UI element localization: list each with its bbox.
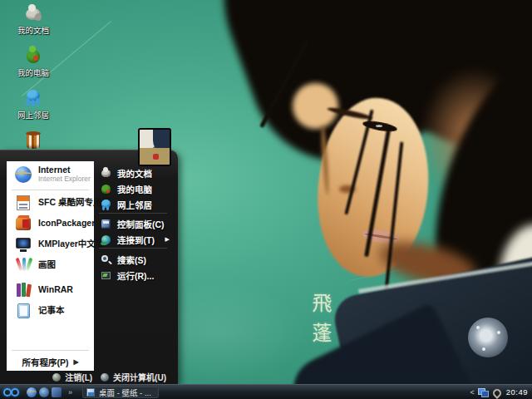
start-menu-places-panel: 我的文档 我的电脑 网上邻居 控制面板(C) 连接到(T) ▶ — [94, 161, 172, 371]
quick-launch-internet-explorer-icon[interactable] — [27, 387, 37, 397]
menu-item-label: 运行(R)... — [117, 269, 154, 282]
all-programs-arrow-icon: ▶ — [73, 358, 78, 366]
run-icon — [100, 269, 112, 282]
quick-launch-bar: » — [27, 387, 76, 397]
control-panel-icon — [100, 218, 112, 230]
menu-item-iconpackager[interactable]: IconPackager — [7, 213, 94, 234]
start-logo-icon — [11, 388, 19, 397]
quick-launch-browser-icon[interactable] — [39, 387, 49, 397]
menu-item-label: 搜索(S) — [117, 254, 146, 266]
taskbar-task-button[interactable]: 桌面 - 壁纸 - ... — [82, 387, 159, 398]
menu-item-title: 画图 — [38, 260, 56, 269]
search-icon — [100, 254, 112, 266]
portrait-forehead — [293, 83, 338, 129]
turn-off-computer-button[interactable]: 关闭计算机(U) — [101, 371, 166, 383]
tray-collapse-icon[interactable]: < — [470, 388, 474, 397]
quick-launch-overflow-icon[interactable]: » — [68, 388, 72, 397]
menu-separator — [99, 248, 167, 249]
menu-item-notepad[interactable]: 记事本 — [7, 300, 94, 321]
network-places-icon — [100, 199, 112, 211]
my-documents-icon — [23, 3, 43, 23]
task-label: 桌面 - 壁纸 - ... — [99, 387, 151, 398]
desktop-icon-my-computer[interactable]: 我的电脑 — [7, 46, 60, 77]
system-tray: < 20:49 — [470, 387, 532, 397]
menu-item-label: 控制面板(C) — [117, 218, 165, 230]
menu-item-kmplayer[interactable]: KMPlayer中文版 — [7, 234, 94, 254]
sfc-icon — [14, 194, 32, 212]
menu-item-winrar[interactable]: WinRAR — [7, 279, 94, 300]
menu-item-network-places[interactable]: 网上邻居 — [94, 197, 172, 212]
menu-item-control-panel[interactable]: 控制面板(C) — [94, 216, 172, 231]
taskbar: » 桌面 - 壁纸 - ... < 20:49 — [0, 384, 532, 399]
portrait-eye-glint — [376, 125, 382, 127]
menu-item-internet[interactable]: Internet Internet Explorer — [7, 161, 94, 188]
taskbar-clock: 20:49 — [506, 387, 528, 397]
all-programs-button[interactable]: 所有程序(P) ▶ — [7, 352, 94, 371]
menu-item-label: 连接到(T) — [117, 234, 155, 246]
turn-off-icon — [101, 373, 109, 382]
paint-icon — [14, 256, 32, 274]
desktop-icon-label: 我的电脑 — [7, 68, 60, 77]
menu-item-search[interactable]: 搜索(S) — [94, 252, 172, 267]
log-off-icon — [52, 373, 61, 382]
menu-item-title: 记事本 — [38, 306, 65, 315]
menu-item-subtitle: Internet Explorer — [38, 175, 91, 184]
menu-item-title: Internet — [38, 165, 91, 175]
quick-launch-app-icon[interactable] — [52, 387, 62, 397]
recycle-bin-icon — [23, 131, 43, 150]
log-off-label: 注销(L) — [65, 371, 92, 383]
menu-item-title: IconPackager — [38, 219, 95, 228]
desktop-icon-label: 网上邻居 — [7, 111, 60, 120]
menu-item-label: 我的文档 — [117, 167, 152, 180]
submenu-arrow-icon: ▶ — [165, 236, 170, 243]
internet-explorer-icon — [14, 165, 32, 184]
portrait-brooch — [468, 318, 508, 357]
desktop-icon-list: 我的文档 我的电脑 网上邻居 回收站 — [7, 3, 60, 173]
my-computer-icon — [23, 46, 43, 66]
start-menu: Internet Internet Explorer SFC 桌酷网专用版 Ic… — [0, 150, 178, 384]
menu-item-connect-to[interactable]: 连接到(T) ▶ — [94, 232, 172, 247]
menu-item-title: WinRAR — [38, 285, 73, 294]
brooch-dot — [497, 331, 500, 334]
start-menu-pinned-panel: Internet Internet Explorer SFC 桌酷网专用版 Ic… — [7, 161, 94, 371]
menu-separator — [99, 213, 167, 214]
desktop-screen: 飛蓬 我的文档 我的电脑 网上邻居 回收站 — [0, 0, 532, 399]
log-off-button[interactable]: 注销(L) — [52, 371, 92, 383]
desktop-icon-my-documents[interactable]: 我的文档 — [7, 3, 60, 35]
desktop-icon-label: 我的文档 — [7, 26, 60, 35]
menu-item-label: 网上邻居 — [117, 199, 152, 211]
brooch-dot — [482, 347, 485, 351]
my-documents-icon — [100, 167, 112, 180]
wallpaper-signature: 飛蓬 — [306, 293, 335, 352]
wallpaper-window-icon — [86, 388, 95, 397]
menu-separator — [12, 350, 89, 351]
menu-item-paint[interactable]: 画图 — [7, 254, 94, 275]
turn-off-label: 关闭计算机(U) — [113, 371, 166, 383]
brooch-dot — [476, 326, 480, 329]
menu-separator — [12, 190, 89, 190]
iconpackager-icon — [14, 214, 32, 233]
desktop-icon-network-places[interactable]: 网上邻居 — [7, 88, 60, 120]
menu-item-label: 我的电脑 — [117, 183, 152, 195]
winrar-icon — [14, 281, 32, 299]
menu-item-my-computer[interactable]: 我的电脑 — [94, 181, 172, 196]
menu-item-my-documents[interactable]: 我的文档 — [94, 165, 172, 180]
menu-item-run[interactable]: 运行(R)... — [94, 268, 172, 283]
tray-volume-icon[interactable] — [491, 387, 500, 397]
all-programs-label: 所有程序(P) — [22, 356, 68, 368]
tray-network-icon[interactable] — [478, 387, 488, 397]
my-computer-icon — [100, 183, 112, 195]
start-menu-footer: 注销(L) 关闭计算机(U) — [0, 370, 178, 384]
connect-to-icon — [100, 234, 112, 246]
notepad-icon — [14, 302, 32, 320]
start-button[interactable] — [0, 385, 25, 399]
kmplayer-icon — [14, 235, 32, 254]
network-places-icon — [23, 88, 43, 108]
menu-item-sfc[interactable]: SFC 桌酷网专用版 — [7, 192, 94, 213]
